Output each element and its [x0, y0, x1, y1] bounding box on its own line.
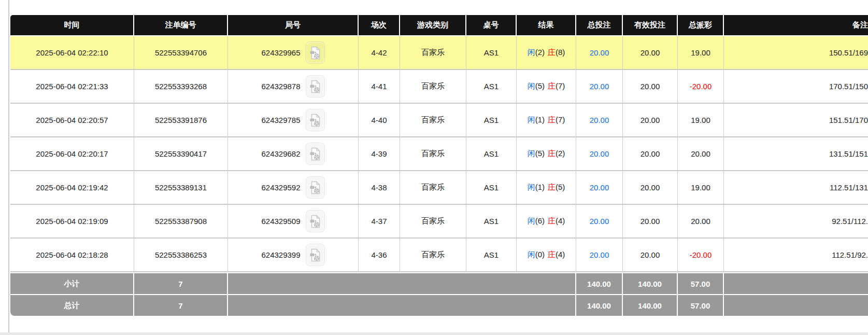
result-player-label: 闲 — [528, 115, 535, 124]
result-banker-score: (4) — [556, 250, 565, 259]
header-total-payout: 总派彩 — [678, 15, 724, 36]
cell-result: 闲(5)庄(2) — [517, 137, 576, 171]
cell-total-bet: 20.00 — [576, 205, 623, 239]
result-banker-label: 庄 — [548, 48, 556, 57]
cell-game-type: 百家乐 — [400, 137, 466, 171]
cell-time: 2025-06-04 02:20:57 — [10, 104, 134, 137]
total-total-bet: 140.00 — [576, 294, 623, 316]
video-icon — [310, 147, 321, 161]
total-bet-link[interactable]: 20.00 — [590, 217, 609, 226]
result-player-score: (6) — [535, 216, 545, 225]
cell-round-id: 624329878 — [228, 70, 359, 104]
cell-bet-id: 522553391876 — [134, 104, 228, 137]
video-icon — [310, 46, 321, 60]
cell-result: 闲(1)庄(5) — [517, 171, 576, 205]
cell-game-type: 百家乐 — [400, 239, 466, 272]
cell-total-payout: 20.00 — [678, 137, 724, 171]
cell-table-no: AS1 — [466, 239, 517, 272]
cell-result: 闲(6)庄(4) — [517, 205, 576, 239]
total-payout-value: -20.00 — [690, 82, 712, 91]
round-id-value: 624329509 — [261, 217, 300, 226]
cell-total-payout: -20.00 — [678, 239, 724, 272]
cell-bet-id: 522553390417 — [134, 137, 228, 171]
cell-total-bet: 20.00 — [576, 239, 623, 272]
cell-result: 闲(0)庄(4) — [517, 239, 576, 272]
total-bet-link[interactable]: 20.00 — [590, 48, 609, 57]
table-row[interactable]: 2025-06-04 02:18:28 522553386253 6243293… — [10, 239, 868, 272]
result-banker-score: (5) — [556, 183, 565, 191]
total-bet-link[interactable]: 20.00 — [590, 183, 609, 192]
header-row: 时间 注单编号 局号 场次 游戏类别 桌号 结果 总投注 有效投注 总派彩 备注 — [10, 15, 868, 36]
total-bet-link[interactable]: 20.00 — [590, 82, 609, 91]
cell-remark: 131.51/151 — [724, 137, 868, 171]
cell-time: 2025-06-04 02:21:33 — [10, 70, 134, 104]
total-bet-link[interactable]: 20.00 — [590, 149, 609, 158]
cell-session: 4-36 — [359, 239, 400, 272]
subtotal-label: 小计 — [10, 272, 134, 294]
video-replay-button[interactable] — [306, 109, 325, 131]
video-replay-button[interactable] — [306, 210, 325, 232]
result-banker-score: (7) — [556, 81, 565, 90]
cell-time: 2025-06-04 02:20:17 — [10, 137, 134, 171]
result-player-score: (1) — [535, 115, 545, 124]
cell-round-id: 624329509 — [228, 205, 359, 239]
header-bet-id: 注单编号 — [134, 15, 228, 36]
cell-round-id: 624329682 — [228, 137, 359, 171]
cell-bet-id: 522553387908 — [134, 205, 228, 239]
total-payout-value: -20.00 — [690, 250, 712, 259]
round-id-value: 624329878 — [261, 82, 300, 91]
cell-valid-bet: 20.00 — [623, 239, 678, 272]
result-player-score: (0) — [535, 250, 545, 259]
result-banker-label: 庄 — [548, 250, 556, 259]
cell-total-bet: 20.00 — [576, 70, 623, 104]
total-total-payout: 57.00 — [678, 294, 724, 316]
cell-table-no: AS1 — [466, 104, 517, 137]
result-banker-score: (7) — [556, 115, 565, 124]
cell-game-type: 百家乐 — [400, 205, 466, 239]
result-banker-score: (2) — [556, 149, 565, 158]
cell-session: 4-41 — [359, 70, 400, 104]
cell-remark: 112.51/131 — [724, 171, 868, 205]
table-row[interactable]: 2025-06-04 02:21:33 522553393268 6243298… — [10, 70, 868, 104]
table-row[interactable]: 2025-06-04 02:22:10 522553394706 6243299… — [10, 36, 868, 70]
video-replay-button[interactable] — [306, 143, 325, 165]
header-time: 时间 — [10, 15, 134, 36]
table-row[interactable]: 2025-06-04 02:20:57 522553391876 6243297… — [10, 104, 868, 137]
total-payout-value: 19.00 — [691, 48, 710, 57]
table-row[interactable]: 2025-06-04 02:19:09 522553387908 6243295… — [10, 205, 868, 239]
table-row[interactable]: 2025-06-04 02:19:42 522553389131 6243295… — [10, 171, 868, 205]
video-replay-button[interactable] — [306, 244, 325, 266]
video-replay-button[interactable] — [306, 176, 325, 199]
cell-session: 4-38 — [359, 171, 400, 205]
cell-game-type: 百家乐 — [400, 104, 466, 137]
total-bet-link[interactable]: 20.00 — [590, 116, 609, 124]
cell-session: 4-37 — [359, 205, 400, 239]
video-replay-button[interactable] — [306, 41, 325, 64]
subtotal-spacer — [228, 272, 576, 294]
cell-total-bet: 20.00 — [576, 137, 623, 171]
result-banker-label: 庄 — [548, 115, 556, 124]
round-id-value: 624329785 — [261, 116, 300, 124]
result-player-score: (1) — [535, 183, 545, 191]
total-bet-link[interactable]: 20.00 — [590, 250, 609, 259]
subtotal-count: 7 — [134, 272, 228, 294]
cell-table-no: AS1 — [466, 36, 517, 70]
table-row[interactable]: 2025-06-04 02:20:17 522553390417 6243296… — [10, 137, 868, 171]
video-replay-button[interactable] — [306, 75, 325, 97]
cell-total-payout: 20.00 — [678, 205, 724, 239]
page-bottom-edge — [0, 332, 868, 335]
subtotal-total-bet: 140.00 — [576, 272, 623, 294]
header-total-bet: 总投注 — [576, 15, 623, 36]
cell-valid-bet: 20.00 — [623, 171, 678, 205]
cell-table-no: AS1 — [466, 137, 517, 171]
result-player-label: 闲 — [528, 48, 535, 57]
summary-body: 小计 7 140.00 140.00 57.00 总计 7 140.00 140… — [10, 272, 868, 316]
page-left-border — [8, 0, 9, 335]
header-session: 场次 — [359, 15, 400, 36]
header-remark: 备注 — [724, 15, 868, 36]
cell-total-bet: 20.00 — [576, 104, 623, 137]
cell-total-bet: 20.00 — [576, 36, 623, 70]
cell-valid-bet: 20.00 — [623, 137, 678, 171]
cell-game-type: 百家乐 — [400, 171, 466, 205]
cell-bet-id: 522553386253 — [134, 239, 228, 272]
